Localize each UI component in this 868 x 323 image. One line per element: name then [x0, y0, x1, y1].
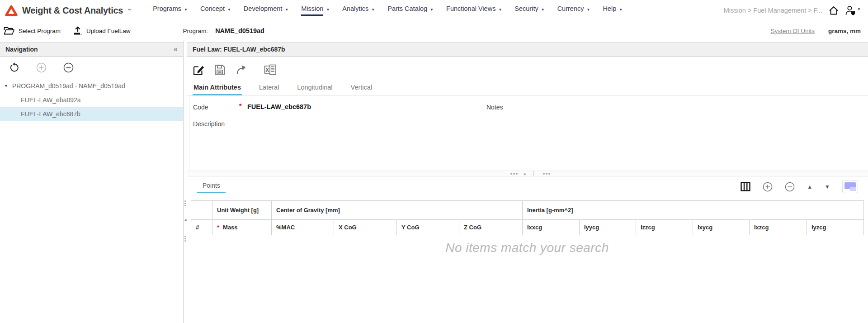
tree-item-fuel-law-eba092a[interactable]: FUEL-LAW_eba092a — [0, 93, 183, 107]
tab-main-attributes[interactable]: Main Attributes — [193, 84, 242, 95]
forward-arrow-icon — [236, 65, 246, 75]
nav-item-help[interactable]: Help▼ — [603, 2, 623, 19]
tree-item-program[interactable]: ▼ PROGRAM_d0519ad - NAME_d0519ad — [0, 79, 183, 93]
tree-item-label: FUEL-LAW_eba092a — [21, 96, 81, 104]
detail-area: Fuel Law: FUEL-LAW_ebc687b — [187, 41, 868, 323]
save-button[interactable] — [213, 63, 226, 76]
svg-text:X: X — [265, 66, 269, 73]
caret-down-icon: ▼ — [541, 8, 545, 12]
save-icon — [214, 64, 226, 76]
tree-item-fuel-law-ebc687b[interactable]: FUEL-LAW_ebc687b — [0, 107, 183, 121]
columns-icon — [741, 182, 750, 191]
select-program-button[interactable]: Select Program — [4, 27, 61, 35]
collapse-panel-icon[interactable]: « — [174, 46, 178, 53]
nav-item-parts-catalog[interactable]: Parts Catalog▼ — [387, 2, 434, 19]
column-header-y-cog[interactable]: Y CoG — [397, 220, 459, 235]
tab-points[interactable]: Points — [197, 182, 226, 193]
splitter-grip-dots — [184, 200, 186, 202]
main-attributes-form: Code * FUEL-LAW_ebc687b Notes Descriptio… — [189, 96, 868, 171]
required-mark: * — [239, 102, 241, 109]
panel-view-toggle-button[interactable] — [842, 180, 858, 193]
nav-item-concept[interactable]: Concept▼ — [200, 2, 231, 19]
splitter-collapse-up-icon[interactable]: ▲ — [516, 171, 534, 176]
nav-item-programs[interactable]: Programs▼ — [153, 2, 188, 19]
edit-icon — [193, 64, 205, 76]
nav-item-functional-views[interactable]: Functional Views▼ — [446, 2, 502, 19]
nav-item-development[interactable]: Development▼ — [244, 2, 288, 19]
detail-tabs: Main Attributes Lateral Longitudinal Ver… — [187, 81, 868, 95]
remove-node-button[interactable] — [63, 62, 74, 73]
nav-item-security[interactable]: Security▼ — [514, 2, 544, 19]
column-header-ixycg[interactable]: Ixycg — [693, 220, 750, 235]
tree-item-label: FUEL-LAW_ebc687b — [21, 110, 80, 118]
edit-button[interactable] — [192, 63, 205, 76]
main-nav: Programs▼ Concept▼ Development▼ Mission▼… — [153, 2, 623, 19]
column-header-iyycg[interactable]: Iyycg — [580, 220, 636, 235]
program-label: Program: — [183, 28, 208, 34]
splitter-collapse-left-icon[interactable]: ◄ — [184, 218, 187, 222]
description-label: Description — [193, 120, 225, 128]
column-header-z-cog[interactable]: Z CoG — [459, 220, 523, 235]
column-header-index[interactable]: # — [191, 220, 212, 235]
caret-down-icon: ▼ — [326, 8, 330, 12]
home-button[interactable] — [829, 6, 839, 15]
user-menu-button[interactable]: ▼ — [845, 5, 861, 15]
tree-expand-caret-icon[interactable]: ▼ — [4, 84, 8, 88]
plus-circle-icon — [763, 182, 773, 192]
app-title-trademark: ™ — [127, 8, 131, 12]
column-header-pct-mac[interactable]: %MAC — [272, 220, 334, 235]
column-header-ixzcg[interactable]: Ixzcg — [750, 220, 807, 235]
tree-item-label: PROGRAM_d0519ad - NAME_d0519ad — [12, 82, 125, 90]
caret-down-icon: ▼ — [430, 8, 434, 12]
breadcrumb: Mission > Fuel Management > F... — [724, 7, 822, 14]
refresh-button[interactable] — [9, 62, 19, 73]
table-group-header-row: Unit Weight [g] Center of Gravity [mm] I… — [191, 201, 864, 220]
navigation-tree: ▼ PROGRAM_d0519ad - NAME_d0519ad FUEL-LA… — [0, 79, 183, 121]
forward-button[interactable] — [234, 63, 248, 76]
plus-circle-icon — [36, 62, 47, 73]
column-header-ixxcg[interactable]: Ixxcg — [523, 220, 580, 235]
nav-item-mission[interactable]: Mission▼ — [301, 2, 330, 19]
splitter-grip-dots — [510, 173, 512, 175]
tab-longitudinal[interactable]: Longitudinal — [296, 84, 333, 95]
column-settings-button[interactable] — [741, 182, 750, 191]
caret-down-icon: ▼ — [285, 8, 288, 12]
upload-fuellaw-button[interactable]: Upload FuelLaw — [73, 26, 131, 35]
nav-item-currency[interactable]: Currency▼ — [557, 2, 590, 19]
add-row-button[interactable] — [763, 182, 773, 192]
caret-down-icon: ▼ — [371, 8, 375, 12]
move-row-up-button[interactable]: ▲ — [807, 184, 812, 190]
app-title: Weight & Cost Analytics — [22, 5, 123, 16]
navigation-panel-header: Navigation « — [0, 42, 183, 57]
column-header-mass[interactable]: *Mass — [212, 220, 272, 235]
group-header-unit-weight: Unit Weight [g] — [212, 201, 272, 220]
horizontal-splitter[interactable]: ▲ — [187, 171, 868, 176]
detail-header: Fuel Law: FUEL-LAW_ebc687b — [187, 42, 868, 57]
caret-down-icon: ▼ — [498, 8, 502, 12]
program-bar: Select Program Upload FuelLaw Program: N… — [0, 21, 868, 41]
remove-row-button[interactable] — [785, 182, 795, 192]
tab-lateral[interactable]: Lateral — [258, 84, 280, 95]
column-header-x-cog[interactable]: X CoG — [334, 220, 397, 235]
tab-vertical[interactable]: Vertical — [350, 84, 373, 95]
export-excel-button[interactable]: X — [264, 63, 277, 76]
column-header-iyzcg[interactable]: Iyzcg — [807, 220, 864, 235]
column-header-izzcg[interactable]: Izzcg — [636, 220, 693, 235]
minus-circle-icon — [63, 62, 74, 73]
units-value: grams, mm — [828, 28, 861, 34]
units-group: System Of Units grams, mm — [770, 28, 861, 34]
caret-down-icon: ▼ — [857, 7, 861, 11]
system-of-units-link[interactable]: System Of Units — [770, 28, 815, 34]
move-row-down-button[interactable]: ▼ — [825, 184, 830, 190]
refresh-icon — [9, 62, 19, 73]
select-program-label: Select Program — [19, 28, 61, 34]
open-folder-icon — [4, 27, 14, 35]
table-column-header-row: # *Mass %MAC X CoG Y CoG Z CoG Ixxcg Iyy… — [191, 220, 864, 235]
vertical-splitter[interactable]: ◄ — [184, 41, 187, 323]
add-node-button[interactable] — [36, 62, 47, 73]
home-icon — [829, 6, 839, 15]
workspace: Navigation « — [0, 41, 868, 323]
splitter-grip-dots — [543, 173, 545, 175]
points-table: Unit Weight [g] Center of Gravity [mm] I… — [191, 200, 864, 235]
nav-item-analytics[interactable]: Analytics▼ — [342, 2, 375, 19]
